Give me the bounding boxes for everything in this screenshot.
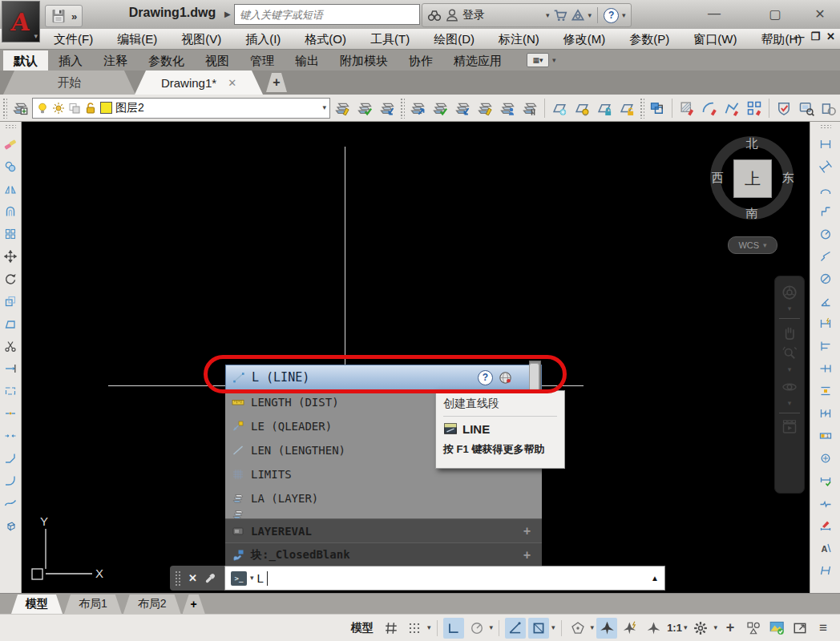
menu-draw[interactable]: 绘图(D) [422, 29, 487, 50]
layer-unlock-icon[interactable] [84, 102, 97, 115]
dim-edit-icon[interactable] [818, 518, 834, 533]
join-icon[interactable] [2, 428, 18, 443]
drag-grip-icon[interactable] [175, 570, 181, 587]
mirror-icon[interactable] [2, 181, 18, 196]
fillet-icon[interactable] [2, 473, 18, 488]
search-input[interactable] [234, 4, 420, 25]
zoom-dropdown-icon[interactable]: ▾ [788, 366, 792, 373]
osnap-3d-icon[interactable] [567, 618, 588, 639]
edit-polyline-icon[interactable] [699, 97, 720, 119]
layer-off-tool-icon[interactable] [475, 97, 495, 119]
sign-in-button[interactable]: 登录 [462, 8, 543, 22]
edit-spline-icon[interactable] [721, 97, 742, 119]
application-menu-button[interactable]: A ▾ [2, 1, 40, 42]
wheel-dropdown-icon[interactable]: ▾ [788, 305, 792, 312]
autocomplete-row-layer[interactable]: LA (LAYER) [225, 486, 542, 510]
dim-ordinate-icon[interactable] [818, 204, 834, 219]
command-history-expand-icon[interactable]: ▲ [651, 574, 659, 583]
layer-vpfreeze-icon[interactable] [519, 97, 540, 119]
trim-icon[interactable] [2, 338, 18, 353]
command-line-handle[interactable]: ✕ [170, 566, 224, 591]
search-collapse-icon[interactable]: ▶ [224, 10, 231, 18]
chamfer-icon[interactable] [2, 450, 18, 466]
a360-dropdown-icon[interactable]: ▾ [588, 12, 592, 19]
stretch-icon[interactable] [2, 316, 18, 331]
ribbon-tab-output[interactable]: 输出 [285, 50, 329, 71]
dim-break-icon[interactable] [818, 405, 834, 421]
new-drawing-tab-button[interactable]: + [266, 73, 287, 92]
ribbon-tab-parametric[interactable]: 参数化 [138, 50, 195, 71]
zoom-extents-icon[interactable] [781, 345, 798, 361]
viewcube-east-label[interactable]: 东 [782, 171, 794, 186]
customization-menu-icon[interactable]: ≡ [813, 618, 834, 639]
help-icon[interactable]: ? [604, 8, 619, 23]
ribbon-tab-featured[interactable]: 精选应用 [443, 50, 512, 71]
dim-angular-icon[interactable] [818, 293, 834, 308]
tab-layout1[interactable]: 布局1 [64, 595, 122, 614]
rotate-icon[interactable] [2, 271, 18, 286]
dim-diameter-icon[interactable] [818, 271, 834, 286]
expand-plus-icon[interactable]: + [523, 524, 531, 538]
status-model-label[interactable]: 模型 [346, 621, 378, 635]
blend-curves-icon[interactable] [2, 495, 18, 510]
drawing-canvas[interactable]: 北 南 西 东 上 WCS ▾ ▾ ▾ ▾ Y [22, 122, 810, 593]
workspace-gear-icon[interactable] [690, 618, 711, 639]
toolbar-grip[interactable] [400, 98, 405, 119]
dim-inspect-icon[interactable] [818, 473, 834, 488]
toolbar-grip[interactable] [820, 124, 831, 129]
help-dropdown-icon[interactable]: ▾ [622, 12, 626, 19]
menu-edit[interactable]: 编辑(E) [105, 29, 169, 50]
file-tab-start[interactable]: 开始 [3, 71, 135, 95]
recent-commands-dropdown-icon[interactable]: ▾ [250, 574, 254, 582]
viewcube-top-face[interactable]: 上 [733, 159, 772, 198]
snap-dropdown-icon[interactable]: ▾ [427, 624, 431, 631]
edge-partial-icon[interactable] [818, 97, 839, 119]
command-close-icon[interactable]: ✕ [188, 572, 197, 584]
layer-thaw-sun-icon[interactable] [52, 102, 65, 115]
search-binoculars-icon[interactable] [427, 8, 442, 22]
menu-tools[interactable]: 工具(T) [358, 29, 422, 50]
previous-layer-icon[interactable] [377, 97, 398, 119]
ribbon-tab-addins[interactable]: 附加模块 [329, 50, 398, 71]
edit-array-icon[interactable] [744, 97, 765, 119]
dim-aligned-icon[interactable] [818, 159, 834, 174]
doc-restore-button[interactable]: ❐ [810, 30, 820, 42]
unlock-layer-icon[interactable] [616, 97, 637, 119]
layer-combo-dropdown-icon[interactable]: ▾ [322, 104, 326, 111]
check-standards-icon[interactable] [773, 97, 794, 119]
ribbon-tab-annotate[interactable]: 注释 [93, 50, 138, 71]
dim-quick-icon[interactable] [818, 316, 834, 331]
osnap3d-dropdown-icon[interactable]: ▾ [591, 624, 595, 631]
viewcube-north-label[interactable]: 北 [746, 136, 758, 151]
dim-center-mark-icon[interactable] [818, 450, 834, 466]
menu-format[interactable]: 格式(O) [293, 29, 358, 50]
autocomplete-sysvar-layereval[interactable]: LAYEREVAL + [225, 518, 542, 542]
pan-hand-icon[interactable] [781, 325, 798, 340]
dim-text-angle-icon[interactable]: A [818, 540, 834, 555]
ribbon-tab-home[interactable]: 默认 [3, 50, 48, 71]
ribbon-tab-manage[interactable]: 管理 [240, 50, 285, 71]
showmotion-icon[interactable] [781, 419, 798, 434]
menu-modify[interactable]: 修改(M) [551, 29, 618, 50]
viewcube-south-label[interactable]: 南 [746, 206, 758, 221]
ribbon-tab-insert[interactable]: 插入 [48, 50, 93, 71]
maximize-button[interactable]: ▢ [757, 3, 794, 24]
ribbon-display-button[interactable]: ▦▾ [527, 53, 549, 67]
navigation-wheel-icon[interactable] [781, 284, 798, 300]
app-store-cart-icon[interactable] [553, 8, 567, 22]
workspace-dropdown-icon[interactable]: ▾ [713, 624, 717, 631]
expand-plus-icon[interactable]: + [523, 548, 531, 562]
dim-jog-line-icon[interactable] [818, 495, 834, 510]
layer-color-swatch[interactable] [100, 102, 112, 114]
annotation-visibility-icon[interactable] [596, 618, 617, 639]
command-input-field[interactable]: >_ ▾ L ▲ [224, 566, 665, 591]
dim-baseline-icon[interactable] [818, 338, 834, 353]
menu-insert[interactable]: 插入(I) [233, 29, 293, 50]
autocomplete-row-clipped[interactable] [225, 510, 542, 518]
dim-radius-icon[interactable] [818, 226, 834, 241]
menu-parametric[interactable]: 参数(P) [617, 29, 681, 50]
osnap-dropdown-icon[interactable]: ▾ [551, 624, 555, 631]
tab-layout2[interactable]: 布局2 [123, 595, 181, 614]
tab-model[interactable]: 模型 [11, 595, 63, 614]
layer-unisolate-icon[interactable] [430, 97, 450, 119]
